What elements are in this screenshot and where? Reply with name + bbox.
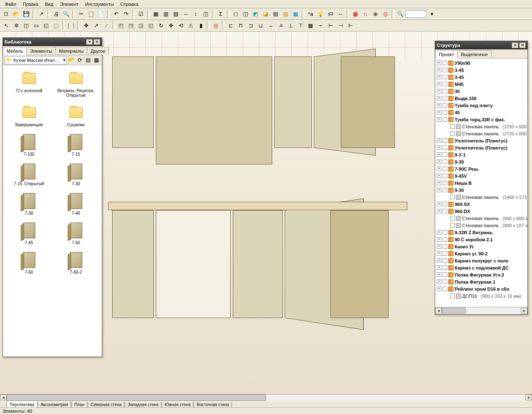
library-item[interactable]: 7-50 [53, 220, 99, 247]
label-icon[interactable]: 🏷 [326, 10, 335, 19]
close-icon[interactable]: ✕ [94, 39, 100, 45]
library-item[interactable]: 72 с колонной [6, 69, 52, 99]
a4-icon[interactable]: ⊔ [256, 21, 265, 30]
box4-icon[interactable]: ◪ [261, 10, 270, 19]
expand-icon[interactable]: + [437, 145, 441, 150]
library-item[interactable]: 7-15. Открытый [6, 162, 52, 188]
library-title-bar[interactable]: Библиотека ▾ ✕ [3, 38, 102, 46]
tree-node[interactable]: +Каниз Уг. [436, 243, 527, 250]
t3-icon[interactable]: ◱ [42, 21, 51, 30]
zoom-icon[interactable]: 🔍 [396, 10, 405, 19]
box2-icon[interactable]: ◫ [241, 10, 250, 19]
a8-icon[interactable]: ⊤ [296, 21, 305, 30]
expand-icon[interactable]: + [437, 61, 441, 65]
checkbox[interactable] [443, 117, 447, 122]
checkbox[interactable] [443, 209, 447, 213]
cut-icon[interactable]: ✂ [76, 10, 86, 19]
tree-node[interactable]: +Выдв.150 [436, 95, 527, 102]
checkbox[interactable] [443, 202, 447, 206]
a13-icon[interactable]: ⊩ [346, 21, 355, 30]
expand-icon[interactable]: + [437, 167, 441, 171]
tree-node[interactable]: +Тумба под плиту [436, 102, 527, 109]
checkbox[interactable] [450, 131, 455, 136]
tree-node[interactable]: +9-30 [436, 186, 527, 194]
menu-tools[interactable]: Инструменты [82, 1, 117, 7]
grid2-icon[interactable]: ⋮⋮ [66, 21, 76, 30]
tree-node[interactable]: +Тумба торц.33R с фас. [436, 116, 527, 123]
view-3d-icon[interactable]: ▦ [151, 10, 160, 19]
checkbox[interactable] [450, 294, 455, 298]
checkbox[interactable] [450, 124, 455, 129]
new-icon[interactable]: 🗋 [2, 10, 11, 19]
icon-view-icon[interactable]: ▦ [93, 56, 100, 64]
tab-furniture[interactable]: Мебель [3, 47, 27, 55]
checkbox[interactable] [450, 223, 455, 228]
tree-node[interactable]: +М45 [436, 81, 527, 88]
tab-other[interactable]: Другое [87, 47, 109, 55]
checkbox[interactable] [443, 167, 447, 171]
tree-node[interactable]: ДСП16(900 x 333 x 16 мм) [436, 292, 527, 299]
expand-icon[interactable]: + [437, 202, 441, 206]
mirror-icon[interactable]: ▮ [196, 21, 205, 30]
view-plan-icon[interactable]: ▥ [161, 10, 170, 19]
menu-file[interactable]: Файл [2, 1, 20, 7]
library-item[interactable]: Завершающие [6, 103, 52, 129]
a9-icon[interactable]: ▦ [306, 21, 315, 30]
expand-icon[interactable]: + [437, 117, 441, 122]
tree-node[interactable]: +90 С коробом 2.1 [436, 236, 527, 243]
checkbox[interactable] [443, 75, 447, 79]
tree-node[interactable]: +Карниз полукруг с поло [436, 257, 527, 264]
checkbox[interactable] [443, 244, 447, 249]
expand-icon[interactable]: + [437, 103, 441, 108]
scroll-left-icon[interactable]: ◂ [435, 308, 442, 314]
expand-icon[interactable]: + [437, 75, 441, 79]
rot2-icon[interactable]: ⟲ [176, 21, 185, 30]
light-tool-icon[interactable]: ✲ [12, 21, 21, 30]
tree-node[interactable]: +3-45 [436, 66, 527, 73]
checkbox[interactable] [443, 265, 447, 270]
box-icon[interactable]: ◻ [231, 10, 240, 19]
checkbox[interactable] [450, 195, 455, 199]
tree-node[interactable]: +Полка Фигурная 1 [436, 278, 527, 285]
checkbox[interactable] [443, 110, 447, 115]
a1-icon[interactable]: ⊏ [226, 21, 235, 30]
sum-icon[interactable]: Σ [216, 10, 225, 19]
r3-icon[interactable]: ◲ [136, 21, 145, 30]
expand-icon[interactable]: + [437, 138, 441, 143]
cursor-icon[interactable]: ↖ [2, 21, 11, 30]
move-icon[interactable]: ✥ [81, 21, 91, 30]
library-item[interactable]: 7-38 [6, 191, 52, 217]
viewport-hscroll[interactable]: ◂ ▸ [0, 394, 532, 401]
library-item[interactable]: 7-15 [53, 132, 99, 158]
library-item[interactable]: Сушилки [53, 103, 99, 129]
tab-project[interactable]: Проект [435, 50, 458, 59]
copy-icon[interactable]: 📋 [86, 10, 96, 19]
t1-icon[interactable]: ◫ [22, 21, 31, 30]
r2-icon[interactable]: ◳ [126, 21, 135, 30]
expand-icon[interactable]: + [437, 174, 441, 178]
tree-node[interactable]: +3-45 [436, 73, 527, 81]
scroll-right-icon[interactable]: ▸ [525, 394, 532, 400]
expand-icon[interactable]: + [437, 89, 441, 93]
tree-node[interactable]: +У90х90 [436, 59, 527, 66]
menu-help[interactable]: Справка [117, 1, 142, 7]
globe-icon[interactable]: ⊕ [371, 10, 380, 19]
expand-icon[interactable]: + [437, 110, 441, 115]
structure-tree[interactable]: +У90х90+3-45+3-45+М45+30+Выдв.150+Тумба … [435, 59, 527, 307]
a12-icon[interactable]: ⊣ [336, 21, 345, 30]
grid-icon[interactable]: ▦ [351, 10, 360, 19]
checkbox[interactable] [443, 188, 447, 192]
expand-icon[interactable]: + [437, 82, 441, 86]
list-view-icon[interactable]: ▤ [84, 56, 92, 64]
tree-node[interactable]: +Ниша В [436, 179, 527, 186]
library-item[interactable]: 7-30 [53, 162, 99, 188]
undo-icon[interactable]: ↶ [111, 10, 121, 19]
tree-node[interactable]: +7-90С Реш. [436, 165, 527, 172]
dimension-v-icon[interactable]: ↕ [191, 10, 200, 19]
expand-icon[interactable]: + [437, 68, 441, 72]
expand-icon[interactable]: + [437, 244, 441, 249]
tree-node[interactable]: +9-30 [436, 158, 527, 165]
checkbox[interactable] [443, 68, 447, 72]
expand-icon[interactable]: + [437, 272, 441, 277]
a10-icon[interactable]: ⫟ [316, 21, 325, 30]
